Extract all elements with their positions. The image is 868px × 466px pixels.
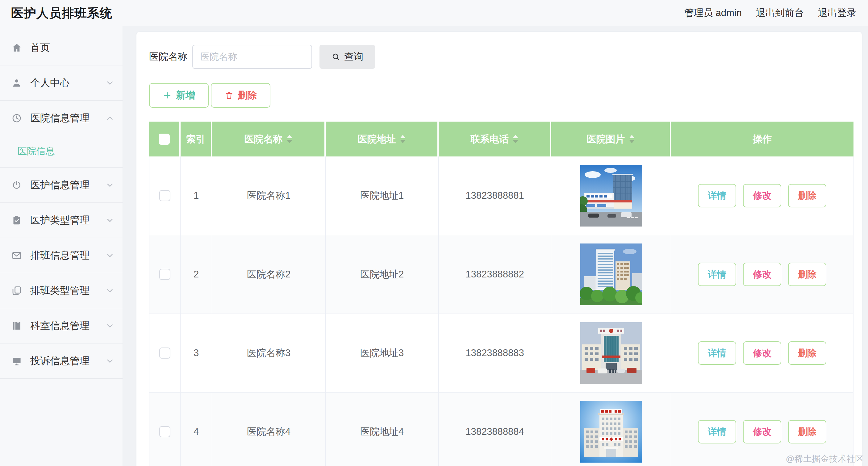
menu-block: 排班信息管理	[0, 238, 123, 273]
sidebar-item-complaint-info-mgmt[interactable]: 投诉信息管理	[0, 343, 123, 378]
sidebar-item-home[interactable]: 首页	[0, 30, 123, 65]
chevron-down-icon	[105, 79, 115, 88]
cell-hospital-name: 医院名称3	[212, 314, 326, 392]
hospital-photo	[580, 165, 642, 226]
chevron-down-icon	[105, 181, 115, 190]
chevron-down-icon	[105, 356, 115, 366]
top-header: 医护人员排班系统 管理员 admin 退出到前台 退出登录	[0, 0, 868, 26]
table-row: 1 医院名称1 医院地址1 13823888881	[149, 156, 854, 235]
menu-block: 投诉信息管理	[0, 343, 123, 379]
sidebar-item-staff-info-mgmt[interactable]: 医护信息管理	[0, 167, 123, 203]
trash-icon	[224, 91, 234, 100]
column-header-index[interactable]: 索引	[181, 122, 212, 156]
hospital-photo	[580, 322, 642, 384]
column-header-name[interactable]: 医院名称	[212, 122, 326, 156]
select-all-checkbox[interactable]	[159, 134, 170, 145]
cell-index: 2	[181, 235, 212, 314]
clock-icon	[11, 113, 22, 124]
sidebar-item-label: 医护信息管理	[30, 178, 90, 192]
power-icon	[11, 180, 22, 191]
select-all-cell	[149, 122, 181, 156]
sidebar-item-label: 投诉信息管理	[30, 354, 90, 368]
user-icon	[11, 77, 22, 89]
sidebar-subitem-hospital-info[interactable]: 医院信息	[0, 135, 123, 167]
hospital-name-input[interactable]	[192, 45, 312, 69]
sidebar-item-label: 排班类型管理	[30, 284, 90, 298]
add-button[interactable]: 新增	[149, 83, 209, 108]
cell-phone: 13823888881	[439, 156, 551, 235]
row-delete-button[interactable]: 删除	[788, 420, 826, 443]
sort-icon[interactable]	[287, 135, 292, 143]
column-header-phone[interactable]: 联系电话	[439, 122, 551, 156]
sidebar-item-staff-type-mgmt[interactable]: 医护类型管理	[0, 203, 123, 238]
chevron-up-icon	[105, 114, 115, 123]
search-label: 医院名称	[149, 50, 187, 63]
hospital-photo	[580, 244, 642, 305]
sidebar-item-hospital-info-mgmt[interactable]: 医院信息管理	[0, 101, 123, 135]
sidebar-item-label: 排班信息管理	[30, 249, 90, 262]
column-header-address[interactable]: 医院地址	[326, 122, 439, 156]
sort-icon[interactable]	[629, 135, 634, 143]
sidebar-item-schedule-info-mgmt[interactable]: 排班信息管理	[0, 238, 123, 273]
search-icon	[331, 52, 340, 61]
sidebar-item-label: 个人中心	[30, 76, 70, 90]
cell-hospital-name: 医院名称1	[212, 156, 326, 235]
sort-icon[interactable]	[400, 135, 406, 143]
admin-user-label: 管理员 admin	[684, 6, 742, 20]
clipboard-check-icon	[11, 215, 22, 226]
cell-hospital-address: 医院地址2	[326, 235, 439, 314]
cell-phone: 13823888884	[439, 393, 551, 466]
edit-button[interactable]: 修改	[743, 341, 781, 365]
sidebar-item-label: 医院信息管理	[30, 112, 90, 125]
row-delete-button[interactable]: 删除	[788, 262, 826, 286]
edit-button[interactable]: 修改	[743, 184, 781, 207]
sidebar-item-label: 科室信息管理	[30, 319, 90, 333]
cell-index: 3	[181, 314, 212, 392]
chevron-down-icon	[105, 321, 115, 331]
detail-button[interactable]: 详情	[698, 262, 736, 286]
cell-hospital-name: 医院名称2	[212, 235, 326, 314]
app-root: 医护人员排班系统 管理员 admin 退出到前台 退出登录 首页 个人中心	[0, 0, 868, 466]
cell-hospital-name: 医院名称4	[212, 393, 326, 466]
topbar-right: 管理员 admin 退出到前台 退出登录	[684, 6, 856, 20]
cell-hospital-address: 医院地址4	[326, 393, 439, 466]
monitor-icon	[11, 355, 22, 367]
cell-phone: 13823888883	[439, 314, 551, 392]
row-checkbox[interactable]	[159, 269, 170, 280]
row-delete-button[interactable]: 删除	[788, 341, 826, 365]
detail-button[interactable]: 详情	[698, 341, 736, 365]
main-content-card: 医院名称 查询 新增 删除 索	[136, 32, 862, 466]
page-title: 医护人员排班系统	[11, 5, 112, 22]
column-header-image[interactable]: 医院图片	[551, 122, 671, 156]
bulk-delete-button[interactable]: 删除	[211, 83, 270, 108]
cell-hospital-address: 医院地址3	[326, 314, 439, 392]
chevron-down-icon	[105, 251, 115, 260]
library-icon	[11, 320, 22, 332]
chevron-down-icon	[105, 216, 115, 225]
sidebar-item-personal-center[interactable]: 个人中心	[0, 65, 123, 100]
sidebar-item-department-info-mgmt[interactable]: 科室信息管理	[0, 308, 123, 343]
detail-button[interactable]: 详情	[698, 184, 736, 207]
hospital-photo	[580, 401, 642, 463]
edit-button[interactable]: 修改	[743, 262, 781, 286]
hospital-table: 索引 医院名称 医院地址 联系电话 医院图片	[149, 122, 854, 466]
sidebar-item-schedule-type-mgmt[interactable]: 排班类型管理	[0, 273, 123, 308]
detail-button[interactable]: 详情	[698, 420, 736, 443]
row-checkbox[interactable]	[159, 190, 170, 201]
cell-index: 4	[181, 393, 212, 466]
row-delete-button[interactable]: 删除	[788, 184, 826, 207]
column-header-actions: 操作	[671, 122, 854, 156]
menu-block: 个人中心	[0, 65, 123, 101]
cell-index: 1	[181, 156, 212, 235]
sort-icon[interactable]	[513, 135, 518, 143]
link-logout[interactable]: 退出登录	[818, 6, 856, 20]
watermark: @稀土掘金技术社区	[786, 453, 864, 465]
plus-icon	[163, 91, 172, 100]
link-exit-to-front[interactable]: 退出到前台	[756, 6, 804, 20]
edit-button[interactable]: 修改	[743, 420, 781, 443]
menu-block: 排班类型管理	[0, 273, 123, 308]
query-button[interactable]: 查询	[319, 45, 375, 69]
row-checkbox[interactable]	[159, 347, 170, 359]
row-checkbox[interactable]	[159, 426, 170, 437]
sidebar-item-label: 首页	[30, 41, 50, 55]
